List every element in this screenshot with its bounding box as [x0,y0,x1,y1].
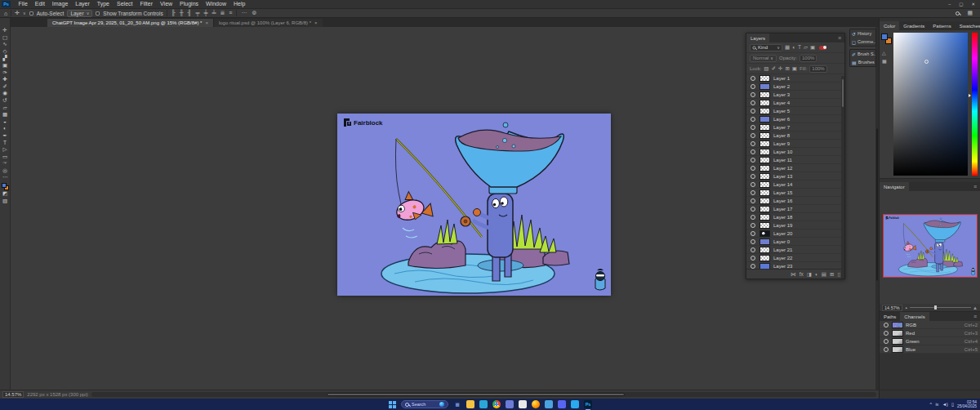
document-canvas[interactable] [337,114,611,296]
layer-visibility-toggle[interactable] [749,133,756,138]
taskbar-search[interactable]: Search [401,400,448,408]
layer-filter-dropdown[interactable]: Kind ∨ [750,44,782,51]
tab-layers[interactable]: Layers [746,33,769,42]
horizontal-scrollbar[interactable] [91,392,876,397]
blur-tool[interactable]: ◒ [3,118,7,126]
panel-button-brushes[interactable]: ▤Brushes [850,58,875,66]
layer-visibility-toggle[interactable] [749,92,756,97]
layer-visibility-toggle[interactable] [749,84,756,89]
edge-browser[interactable] [479,400,488,408]
layer-visibility-toggle[interactable] [749,256,756,261]
layer-row[interactable]: Layer 5 [746,107,844,115]
tab-patterns[interactable]: Patterns [929,21,955,30]
foreground-swatch[interactable] [881,33,888,40]
layer-row[interactable]: Layer 23 [746,262,844,269]
color-picker-marker[interactable] [924,60,929,64]
layer-row[interactable]: Layer 16 [746,197,844,205]
channel-visibility-toggle[interactable] [882,331,889,336]
layer-visibility-toggle[interactable] [749,215,756,220]
layer-visibility-toggle[interactable] [749,158,756,163]
wifi-icon[interactable]: ≋ [935,402,939,407]
eyedropper-tool[interactable]: ✑ [2,69,7,77]
layer-effects-icon[interactable]: fx [800,271,804,277]
history-brush-tool[interactable]: ↺ [2,97,7,105]
menu-layer[interactable]: Layer [72,0,94,8]
lock-pixels-icon[interactable]: ✐ [772,65,776,72]
layer-row[interactable]: Layer 7 [746,123,844,131]
clone-stamp-tool[interactable]: ◉ [2,90,7,97]
layer-visibility-toggle[interactable] [749,198,756,203]
layer-row[interactable]: Layer 17 [746,205,844,213]
taskbar-clock[interactable]: 02:54 25/04/2025 [957,400,977,409]
opacity-field[interactable]: 100% [800,55,817,62]
layer-visibility-toggle[interactable] [749,207,756,212]
pen-tool[interactable]: ✒ [2,132,7,140]
move-tool-icon[interactable]: ✛ [15,10,20,16]
layer-row[interactable]: Layer 2 [746,82,844,91]
zoom-out-icon[interactable]: ▲ [905,305,908,310]
layer-visibility-toggle[interactable] [749,247,756,252]
layer-visibility-toggle[interactable] [749,223,756,228]
layer-visibility-toggle[interactable] [749,182,756,187]
navigator-preview[interactable] [883,214,978,278]
layer-visibility-toggle[interactable] [749,125,756,130]
marquee-tool[interactable]: ▢ [2,34,7,42]
channel-visibility-toggle[interactable] [882,339,889,344]
layer-row[interactable]: Layer 3 [746,91,844,99]
show-transform-checkbox[interactable] [96,11,100,16]
menu-view[interactable]: View [157,0,176,8]
lock-transparency-icon[interactable]: ▨ [764,65,768,72]
lasso-tool[interactable]: ∿ [2,41,7,48]
more-options-icon[interactable]: ⋯ [240,10,247,16]
layer-visibility-toggle[interactable] [749,166,756,171]
distribute-v-icon[interactable]: ≡ [228,10,233,16]
menu-image[interactable]: Image [48,0,71,8]
layer-visibility-toggle[interactable] [749,149,756,154]
screen-mode-toggle[interactable]: ▧ [2,198,7,205]
layer-visibility-toggle[interactable] [749,109,756,114]
layer-row[interactable]: Layer 20 [746,230,844,238]
layer-row[interactable]: Layer 1 [746,74,844,82]
close-icon[interactable]: × [205,20,208,25]
panel-menu-icon[interactable]: ≡ [838,35,844,41]
more-tools[interactable]: ⋯ [2,174,8,181]
volume-icon[interactable]: ◄) [942,402,948,407]
panel-menu-icon[interactable]: ≡ [973,184,980,189]
tab-channels[interactable]: Channels [900,312,929,321]
align-bottom-icon[interactable]: ╧ [212,10,217,16]
healing-brush-tool[interactable]: ✚ [2,76,7,83]
auto-select-checkbox[interactable] [29,11,33,16]
filter-smart-objects-icon[interactable]: ▣ [810,44,815,51]
vscode[interactable] [571,400,579,408]
close-button[interactable]: ✕ [971,2,975,7]
filter-pixel-layers-icon[interactable]: ▦ [785,44,790,51]
layer-row[interactable]: Layer 21 [746,246,844,254]
layer-group-icon[interactable]: ▤ [822,271,826,278]
menu-file[interactable]: File [15,0,31,8]
tab-swatches[interactable]: Swatches [956,21,980,30]
filter-adjustment-layers-icon[interactable]: ◐ [792,44,795,51]
vertical-scrollbar[interactable] [875,27,879,390]
document-tab[interactable]: logo ritual.psd @ 100% (Layer 6, RGB/8) … [213,19,323,27]
panel-button-comments[interactable]: ◻Comme... [850,38,875,46]
layer-row[interactable]: Layer 22 [746,254,844,262]
saturation-picker[interactable] [893,33,968,176]
path-selection-tool[interactable]: ▷ [3,146,7,154]
fill-field[interactable]: 100% [809,65,826,73]
gradient-tool[interactable]: ▩ [2,111,7,118]
photoshop[interactable]: Ps [584,400,592,408]
distribute-h-icon[interactable]: ≣ [219,10,225,16]
layers-scrollbar[interactable] [841,76,844,279]
layer-visibility-toggle[interactable] [749,264,756,269]
layer-visibility-toggle[interactable] [749,190,756,195]
foreground-swatch[interactable] [2,183,7,188]
lock-position-icon[interactable]: ✛ [778,65,782,72]
filter-shape-layers-icon[interactable]: ▱ [804,44,808,51]
layer-row[interactable]: Layer 9 [746,140,844,148]
panel-menu-icon[interactable]: ≡ [973,314,980,319]
document-tab[interactable]: ChatGPT Image Apr 29, 2025, 01_20_50 AM.… [47,19,213,27]
workspace-switcher-icon[interactable]: ▦ [966,10,973,16]
layer-row[interactable]: Layer 8 [746,131,844,140]
layer-visibility-toggle[interactable] [749,141,756,146]
zoom-in-icon[interactable]: ▲ [973,305,978,310]
